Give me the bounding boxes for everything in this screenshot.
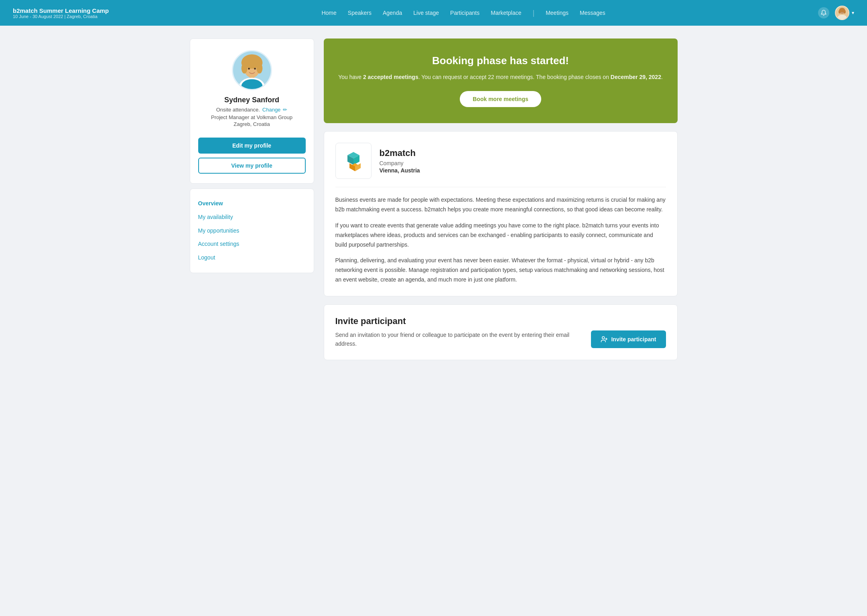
edit-profile-button[interactable]: Edit my profile bbox=[198, 138, 306, 154]
invite-title: Invite participant bbox=[335, 316, 666, 326]
profile-attendance: Onsite attendance. Change ✏ bbox=[216, 107, 288, 113]
svg-point-5 bbox=[839, 10, 841, 14]
sidebar: Sydney Sanford Onsite attendance. Change… bbox=[190, 38, 314, 360]
nav-marketplace[interactable]: Marketplace bbox=[491, 10, 521, 16]
page-content: Sydney Sanford Onsite attendance. Change… bbox=[177, 26, 690, 373]
attendance-text: Onsite attendance. bbox=[216, 107, 260, 113]
company-header: b2match Company Vienna, Austria bbox=[335, 143, 666, 187]
svg-point-15 bbox=[248, 68, 250, 70]
navbar-right: ▾ bbox=[818, 6, 854, 20]
book-meetings-button[interactable]: Book more meetings bbox=[460, 91, 541, 107]
booking-date: December 29, 2022 bbox=[611, 74, 661, 80]
sidebar-item-overview[interactable]: Overview bbox=[198, 197, 306, 211]
profile-name: Sydney Sanford bbox=[224, 96, 279, 104]
booking-dot: . bbox=[661, 74, 663, 80]
change-attendance-link[interactable]: Change bbox=[262, 107, 281, 113]
nav-livestage[interactable]: Live stage bbox=[413, 10, 439, 16]
sidebar-nav: Overview My availability My opportunitie… bbox=[190, 188, 314, 273]
event-name: b2match Summer Learning Camp bbox=[13, 7, 109, 14]
booking-intro: You have bbox=[338, 74, 363, 80]
invite-row: Send an invitation to your friend or col… bbox=[335, 330, 666, 349]
edit-pencil-icon[interactable]: ✏ bbox=[283, 107, 287, 113]
avatar bbox=[835, 6, 849, 20]
company-card: b2match Company Vienna, Austria Business… bbox=[324, 131, 678, 296]
booking-accepted: 2 accepted meetings bbox=[363, 74, 418, 80]
sidebar-item-opportunities[interactable]: My opportunities bbox=[198, 224, 306, 238]
svg-point-16 bbox=[254, 68, 256, 70]
company-name: b2match bbox=[380, 148, 420, 158]
booking-banner: Booking phase has started! You have 2 ac… bbox=[324, 38, 678, 123]
nav-divider: | bbox=[532, 9, 534, 17]
booking-middle: . You can request or accept 22 more meet… bbox=[418, 74, 611, 80]
nav-speakers[interactable]: Speakers bbox=[348, 10, 372, 16]
profile-card: Sydney Sanford Onsite attendance. Change… bbox=[190, 38, 314, 184]
sidebar-item-availability[interactable]: My availability bbox=[198, 211, 306, 224]
navbar: b2match Summer Learning Camp 10 June - 3… bbox=[0, 0, 867, 26]
svg-point-6 bbox=[844, 10, 846, 14]
main-content: Booking phase has started! You have 2 ac… bbox=[324, 38, 678, 360]
profile-role: Project Manager at Volkman Group bbox=[211, 114, 292, 120]
nav-participants[interactable]: Participants bbox=[450, 10, 479, 16]
invite-card: Invite participant Send an invitation to… bbox=[324, 304, 678, 360]
sidebar-item-account[interactable]: Account settings bbox=[198, 237, 306, 251]
nav-agenda[interactable]: Agenda bbox=[383, 10, 402, 16]
company-location: Vienna, Austria bbox=[380, 167, 420, 174]
svg-point-14 bbox=[256, 63, 262, 73]
company-info: b2match Company Vienna, Austria bbox=[380, 148, 420, 174]
company-desc-3: Planning, delivering, and evaluating you… bbox=[335, 256, 666, 284]
chevron-down-icon: ▾ bbox=[852, 10, 854, 16]
event-dates: 10 June - 30 August 2022 | Zagreb, Croat… bbox=[13, 14, 109, 19]
profile-avatar bbox=[232, 50, 272, 90]
notifications-bell[interactable] bbox=[818, 7, 829, 18]
svg-point-25 bbox=[602, 336, 605, 339]
profile-location: Zagreb, Croatia bbox=[234, 121, 270, 127]
booking-title: Booking phase has started! bbox=[338, 55, 663, 67]
svg-point-13 bbox=[241, 63, 247, 73]
nav-messages[interactable]: Messages bbox=[580, 10, 605, 16]
nav-home[interactable]: Home bbox=[321, 10, 336, 16]
invite-person-icon bbox=[601, 336, 608, 343]
user-avatar-menu[interactable]: ▾ bbox=[835, 6, 854, 20]
navbar-brand: b2match Summer Learning Camp 10 June - 3… bbox=[13, 7, 109, 19]
company-logo bbox=[335, 143, 372, 179]
sidebar-item-logout[interactable]: Logout bbox=[198, 251, 306, 265]
invite-participant-button[interactable]: Invite participant bbox=[591, 330, 666, 348]
nav-meetings[interactable]: Meetings bbox=[546, 10, 569, 16]
invite-button-label: Invite participant bbox=[611, 336, 656, 342]
company-desc-2: If you want to create events that genera… bbox=[335, 221, 666, 249]
navbar-center: Home Speakers Agenda Live stage Particip… bbox=[109, 9, 818, 17]
booking-description: You have 2 accepted meetings. You can re… bbox=[338, 73, 663, 81]
company-description: Business events are made for people with… bbox=[335, 195, 666, 284]
company-desc-1: Business events are made for people with… bbox=[335, 195, 666, 215]
view-profile-button[interactable]: View my profile bbox=[198, 158, 306, 174]
invite-description: Send an invitation to your friend or col… bbox=[335, 330, 583, 349]
company-type: Company bbox=[380, 160, 420, 166]
